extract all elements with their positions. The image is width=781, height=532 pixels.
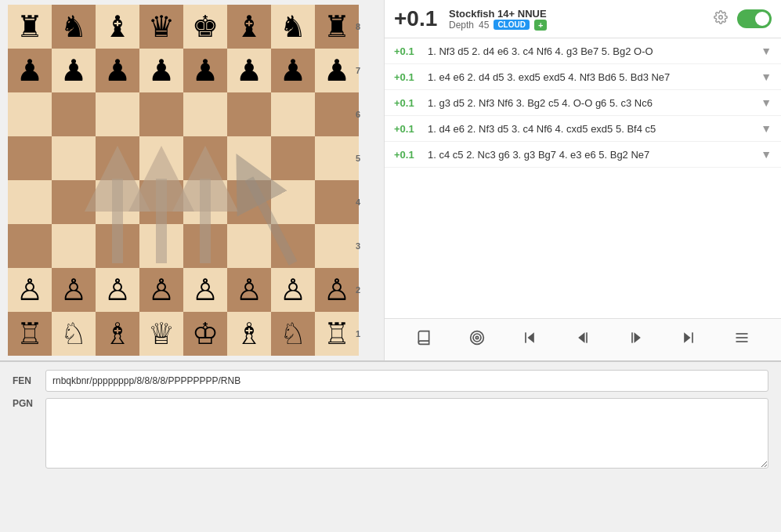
square-f3[interactable] (227, 224, 271, 268)
square-c8[interactable]: ♝ (96, 5, 139, 49)
engine-line-item[interactable]: +0.11. g3 d5 2. Nf3 Nf6 3. Bg2 c5 4. O-O… (385, 90, 781, 116)
notebook-button[interactable] (410, 327, 438, 353)
square-d8[interactable]: ♛ (139, 5, 183, 49)
square-e2[interactable]: ♙ (183, 268, 227, 312)
square-a6[interactable] (8, 92, 52, 136)
skip-to-start-button[interactable] (515, 327, 544, 353)
square-b6[interactable] (52, 92, 96, 136)
square-c1[interactable]: ♗ (96, 312, 139, 356)
engine-line-item[interactable]: +0.11. d4 e6 2. Nf3 d5 3. c4 Nf6 4. cxd5… (385, 116, 781, 142)
square-c6[interactable] (96, 92, 139, 136)
line-expand-arrow[interactable]: ▼ (761, 122, 772, 135)
step-forward-button[interactable] (622, 327, 650, 353)
square-f2[interactable]: ♙ (227, 268, 271, 312)
square-f7[interactable]: ♟ (227, 49, 271, 92)
square-e6[interactable] (183, 92, 227, 136)
square-a8[interactable]: ♜ (8, 5, 52, 49)
square-h7[interactable]: ♟ (315, 49, 359, 92)
square-d7[interactable]: ♟ (139, 49, 183, 92)
square-c3[interactable] (96, 224, 139, 268)
square-e5[interactable] (183, 136, 227, 180)
square-b4[interactable] (52, 180, 96, 224)
chess-piece: ♟ (324, 56, 350, 85)
square-g7[interactable]: ♟ (271, 49, 315, 92)
target-button[interactable] (463, 327, 491, 353)
square-c2[interactable]: ♙ (96, 268, 139, 312)
square-h6[interactable] (315, 92, 359, 136)
square-d5[interactable] (139, 136, 183, 180)
pgn-textarea[interactable] (45, 398, 768, 469)
square-d6[interactable] (139, 92, 183, 136)
square-e7[interactable]: ♟ (183, 49, 227, 92)
chess-board[interactable]: ♜♞♝♛♚♝♞♜♟♟♟♟♟♟♟♟♙♙♙♙♙♙♙♙♖♘♗♕♔♗♘♖ 8765 43… (0, 0, 384, 360)
square-d1[interactable]: ♕ (139, 312, 183, 356)
square-b5[interactable] (52, 136, 96, 180)
square-f4[interactable] (227, 180, 271, 224)
line-expand-arrow[interactable]: ▼ (761, 45, 772, 57)
square-a4[interactable] (8, 180, 52, 224)
square-a1[interactable]: ♖ (8, 312, 52, 356)
square-a2[interactable]: ♙ (8, 268, 52, 312)
square-g6[interactable] (271, 92, 315, 136)
chess-piece: ♞ (60, 12, 87, 42)
square-b7[interactable]: ♟ (52, 49, 96, 92)
line-moves: 1. g3 d5 2. Nf3 Nf6 3. Bg2 c5 4. O-O g6 … (428, 97, 754, 109)
square-f5[interactable] (227, 136, 271, 180)
fen-label: FEN (13, 375, 36, 386)
square-f1[interactable]: ♗ (227, 312, 271, 356)
square-g5[interactable] (271, 136, 315, 180)
square-a7[interactable]: ♟ (8, 49, 52, 92)
chess-piece: ♘ (280, 319, 306, 349)
square-b1[interactable]: ♘ (52, 312, 96, 356)
square-a3[interactable] (8, 224, 52, 268)
depth-label: Depth (449, 20, 474, 31)
square-g3[interactable] (271, 224, 315, 268)
square-c7[interactable]: ♟ (96, 49, 139, 92)
square-e8[interactable]: ♚ (183, 5, 227, 49)
square-d2[interactable]: ♙ (139, 268, 183, 312)
square-f6[interactable] (227, 92, 271, 136)
step-back-button[interactable] (569, 327, 597, 353)
square-b8[interactable]: ♞ (52, 5, 96, 49)
svg-marker-12 (634, 332, 640, 342)
square-h2[interactable]: ♙ (315, 268, 359, 312)
square-b3[interactable] (52, 224, 96, 268)
square-h8[interactable]: ♜ (315, 5, 359, 49)
square-g1[interactable]: ♘ (271, 312, 315, 356)
engine-line-item[interactable]: +0.11. c4 c5 2. Nc3 g6 3. g3 Bg7 4. e3 e… (385, 142, 781, 168)
chess-piece: ♙ (192, 275, 219, 305)
square-a5[interactable] (8, 136, 52, 180)
square-d3[interactable] (139, 224, 183, 268)
chess-piece: ♙ (236, 275, 262, 305)
chess-piece: ♙ (16, 275, 43, 305)
square-h1[interactable]: ♖ (315, 312, 359, 356)
engine-settings-button[interactable] (712, 9, 729, 29)
square-d4[interactable] (139, 180, 183, 224)
svg-rect-13 (631, 332, 633, 342)
square-c5[interactable] (96, 136, 139, 180)
line-expand-arrow[interactable]: ▼ (761, 96, 772, 109)
line-score: +0.1 (394, 97, 421, 109)
square-e1[interactable]: ♔ (183, 312, 227, 356)
square-h4[interactable] (315, 180, 359, 224)
square-g2[interactable]: ♙ (271, 268, 315, 312)
square-c4[interactable] (96, 180, 139, 224)
menu-button[interactable] (728, 327, 756, 353)
line-expand-arrow[interactable]: ▼ (761, 71, 772, 83)
square-b2[interactable]: ♙ (52, 268, 96, 312)
svg-rect-9 (525, 332, 526, 342)
square-f8[interactable]: ♝ (227, 5, 271, 49)
square-g4[interactable] (271, 180, 315, 224)
square-h3[interactable] (315, 224, 359, 268)
square-h5[interactable] (315, 136, 359, 180)
square-g8[interactable]: ♞ (271, 5, 315, 49)
engine-line-item[interactable]: +0.11. Nf3 d5 2. d4 e6 3. c4 Nf6 4. g3 B… (385, 38, 781, 64)
line-expand-arrow[interactable]: ▼ (761, 148, 772, 161)
square-e3[interactable] (183, 224, 227, 268)
engine-line-item[interactable]: +0.11. e4 e6 2. d4 d5 3. exd5 exd5 4. Nf… (385, 64, 781, 90)
engine-panel: +0.1 Stockfish 14+ NNUE Depth 45 CLOUD + (384, 0, 781, 360)
fen-input[interactable] (45, 370, 768, 392)
square-e4[interactable] (183, 180, 227, 224)
engine-toggle[interactable] (737, 9, 772, 28)
skip-to-end-button[interactable] (674, 327, 703, 353)
